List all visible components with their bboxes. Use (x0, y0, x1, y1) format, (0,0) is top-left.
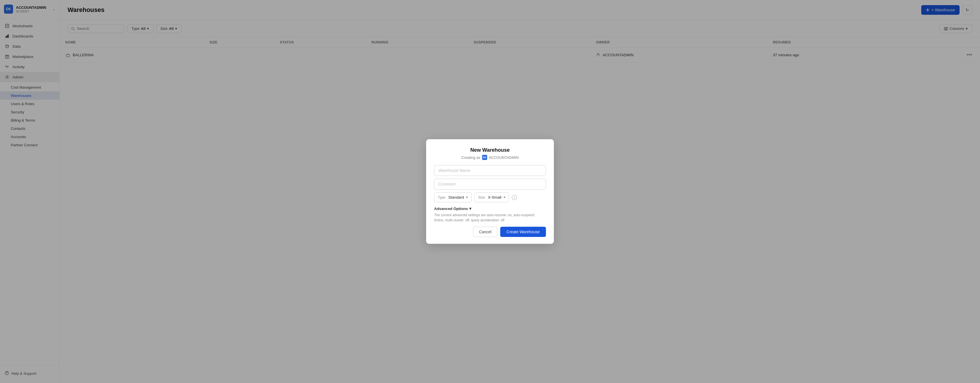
type-select-label: Type: (438, 195, 446, 199)
size-select[interactable]: Size: X-Small ▾ (474, 192, 509, 202)
advanced-options-toggle[interactable]: Advanced Options ▾ (434, 206, 546, 211)
create-warehouse-button[interactable]: Create Warehouse (500, 227, 546, 237)
modal-subtitle-prefix: Creating as (461, 155, 480, 160)
modal-type-size-row: Type: Standard ▾ Size: X-Small ▾ i (434, 192, 546, 202)
size-chevron-icon: ▾ (504, 195, 505, 199)
warehouse-comment-input[interactable] (434, 179, 546, 190)
modal-user-icon: DK (482, 155, 487, 160)
advanced-options-chevron-icon: ▾ (469, 206, 471, 211)
type-select-value: Standard (448, 195, 464, 199)
modal-overlay: New Warehouse Creating as DK ACCOUNTADMI… (0, 0, 980, 383)
new-warehouse-modal: New Warehouse Creating as DK ACCOUNTADMI… (426, 139, 554, 244)
size-info-icon[interactable]: i (512, 195, 517, 200)
size-select-value: X-Small (488, 195, 501, 199)
modal-creating-user: ACCOUNTADMIN (489, 155, 519, 160)
modal-subtitle: Creating as DK ACCOUNTADMIN (434, 155, 546, 160)
type-select[interactable]: Type: Standard ▾ (434, 192, 471, 202)
size-select-label: Size: (478, 195, 486, 199)
advanced-options-section: Advanced Options ▾ The current advanced … (434, 206, 546, 223)
advanced-options-text: The current advanced settings are auto-r… (434, 212, 546, 223)
modal-title: New Warehouse (434, 147, 546, 153)
modal-footer: Cancel Create Warehouse (434, 227, 546, 237)
warehouse-name-input[interactable] (434, 165, 546, 176)
advanced-options-label: Advanced Options (434, 207, 468, 211)
cancel-button[interactable]: Cancel (473, 227, 497, 237)
type-chevron-icon: ▾ (466, 195, 468, 199)
